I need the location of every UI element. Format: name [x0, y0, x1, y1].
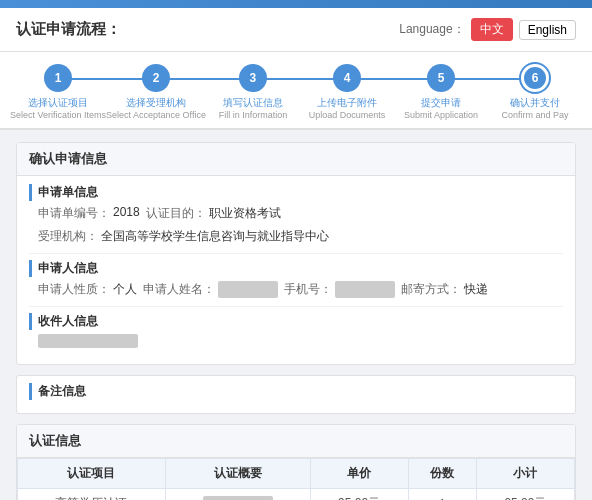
cert-type-label: 认证目的： — [146, 205, 206, 222]
step-1-circle: 1 — [44, 64, 72, 92]
step-5-cn: 提交申请 — [404, 96, 478, 110]
step-4: 4 上传电子附件 Upload Documents — [300, 64, 394, 120]
application-info-group: 申请单信息 申请单编号： 2018 认证目的： 职业资格考试 受理机构： 全国高… — [29, 184, 563, 245]
office-label: 受理机构： — [38, 228, 98, 245]
lang-en-button[interactable]: English — [519, 20, 576, 40]
steps-bar: 1 选择认证项目 Select Verification Items 2 选择受… — [0, 52, 592, 130]
recipient-info-title: 收件人信息 — [29, 313, 563, 330]
step-3-cn: 填写认证信息 — [219, 96, 288, 110]
step-1-labels: 选择认证项目 Select Verification Items — [10, 96, 106, 120]
row-item: 高等学历认证 — [18, 489, 166, 501]
page-title-bar: 认证申请流程： Language： 中文 English — [0, 8, 592, 52]
step-3-circle: 3 — [239, 64, 267, 92]
order-no-value: 2018 — [113, 205, 140, 222]
step-6-labels: 确认并支付 Confirm and Pay — [501, 96, 568, 120]
cert-type-item: 认证目的： 职业资格考试 — [146, 205, 281, 222]
phone-label: 手机号： — [284, 281, 332, 298]
step-5-labels: 提交申请 Submit Application — [404, 96, 478, 120]
main-content: 确认申请信息 申请单信息 申请单编号： 2018 认证目的： 职业资格考试 受理… — [0, 130, 592, 500]
step-4-labels: 上传电子附件 Upload Documents — [309, 96, 386, 120]
applicant-name-value — [218, 281, 278, 298]
remark-title: 备注信息 — [29, 383, 563, 400]
step-1-cn: 选择认证项目 — [10, 96, 106, 110]
applicant-name-label: 申请人姓名： — [143, 281, 215, 298]
step-2-circle: 2 — [142, 64, 170, 92]
step-4-circle: 4 — [333, 64, 361, 92]
step-4-cn: 上传电子附件 — [309, 96, 386, 110]
applicant-info-title: 申请人信息 — [29, 260, 563, 277]
applicant-type-label: 申请人性质： — [38, 281, 110, 298]
remark-section: 备注信息 — [16, 375, 576, 414]
delivery-item: 邮寄方式： 快递 — [401, 281, 488, 298]
step-1-en: Select Verification Items — [10, 110, 106, 120]
order-no-item: 申请单编号： 2018 — [38, 205, 140, 222]
row-qty: 1 — [408, 489, 476, 501]
step-5-circle: 5 — [427, 64, 455, 92]
applicant-info-row: 申请人性质： 个人 申请人姓名： 手机号： 邮寄方式： 快递 — [38, 281, 563, 298]
col-item: 认证项目 — [18, 459, 166, 489]
step-5: 5 提交申请 Submit Application — [394, 64, 488, 120]
step-6-cn: 确认并支付 — [501, 96, 568, 110]
table-row: 高等学历认证 95.00元 1 95.00元 — [18, 489, 575, 501]
page-title: 认证申请流程： — [16, 20, 121, 39]
confirm-section: 确认申请信息 申请单信息 申请单编号： 2018 认证目的： 职业资格考试 受理… — [16, 142, 576, 365]
row-subtotal: 95.00元 — [476, 489, 574, 501]
step-2-cn: 选择受理机构 — [106, 96, 206, 110]
cert-table-wrapper: 认证项目 认证概要 单价 份数 小计 高等学历认证 95.00元 1 95.00… — [17, 458, 575, 500]
divider-2 — [29, 306, 563, 307]
applicant-type-value: 个人 — [113, 281, 137, 298]
order-no-label: 申请单编号： — [38, 205, 110, 222]
delivery-label: 邮寄方式： — [401, 281, 461, 298]
language-label: Language： — [399, 21, 464, 38]
step-2: 2 选择受理机构 Select Acceptance Office — [106, 64, 206, 120]
col-summary: 认证概要 — [165, 459, 310, 489]
applicant-name-item: 申请人姓名： — [143, 281, 278, 298]
step-4-en: Upload Documents — [309, 110, 386, 120]
col-subtotal: 小计 — [476, 459, 574, 489]
step-3-en: Fill in Information — [219, 110, 288, 120]
step-3: 3 填写认证信息 Fill in Information — [206, 64, 300, 120]
step-2-en: Select Acceptance Office — [106, 110, 206, 120]
recipient-info-group: 收件人信息 — [29, 313, 563, 348]
language-bar: Language： 中文 English — [399, 18, 576, 41]
application-info-title: 申请单信息 — [29, 184, 563, 201]
phone-value — [335, 281, 395, 298]
cert-table: 认证项目 认证概要 单价 份数 小计 高等学历认证 95.00元 1 95.00… — [17, 458, 575, 500]
step-6-circle: 6 — [521, 64, 549, 92]
col-price: 单价 — [310, 459, 408, 489]
office-item: 受理机构： 全国高等学校学生信息咨询与就业指导中心 — [38, 228, 329, 245]
delivery-value: 快递 — [464, 281, 488, 298]
application-info-row: 申请单编号： 2018 认证目的： 职业资格考试 受理机构： 全国高等学校学生信… — [38, 205, 563, 245]
confirm-section-body: 申请单信息 申请单编号： 2018 认证目的： 职业资格考试 受理机构： 全国高… — [17, 176, 575, 364]
step-6: 6 确认并支付 Confirm and Pay — [488, 64, 582, 120]
cert-info-title: 认证信息 — [17, 425, 575, 458]
cert-info-section: 认证信息 认证项目 认证概要 单价 份数 小计 高等学历认证 — [16, 424, 576, 500]
confirm-section-header: 确认申请信息 — [17, 143, 575, 176]
recipient-info-row — [38, 334, 563, 348]
phone-item: 手机号： — [284, 281, 395, 298]
steps-container: 1 选择认证项目 Select Verification Items 2 选择受… — [10, 64, 582, 120]
applicant-info-group: 申请人信息 申请人性质： 个人 申请人姓名： 手机号： — [29, 260, 563, 298]
step-5-en: Submit Application — [404, 110, 478, 120]
office-value: 全国高等学校学生信息咨询与就业指导中心 — [101, 228, 329, 245]
row-summary — [165, 489, 310, 501]
cert-type-value: 职业资格考试 — [209, 205, 281, 222]
col-qty: 份数 — [408, 459, 476, 489]
top-header — [0, 0, 592, 8]
applicant-type-item: 申请人性质： 个人 — [38, 281, 137, 298]
lang-cn-button[interactable]: 中文 — [471, 18, 513, 41]
step-3-labels: 填写认证信息 Fill in Information — [219, 96, 288, 120]
step-6-en: Confirm and Pay — [501, 110, 568, 120]
recipient-address — [38, 334, 138, 348]
divider-1 — [29, 253, 563, 254]
step-1: 1 选择认证项目 Select Verification Items — [10, 64, 106, 120]
row-price: 95.00元 — [310, 489, 408, 501]
cert-table-header-row: 认证项目 认证概要 单价 份数 小计 — [18, 459, 575, 489]
step-2-labels: 选择受理机构 Select Acceptance Office — [106, 96, 206, 120]
